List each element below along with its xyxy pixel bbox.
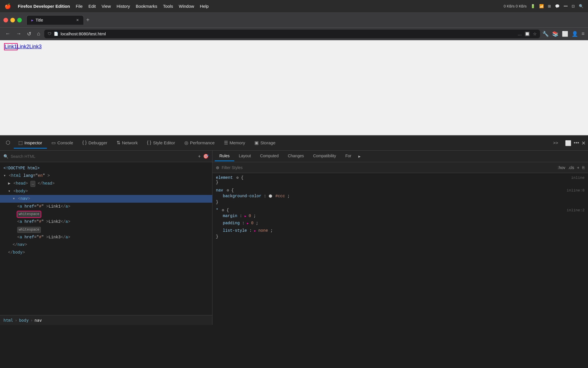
- page-link-1[interactable]: Link1: [5, 44, 17, 50]
- tab-style-editor[interactable]: { } Style Editor: [142, 138, 180, 148]
- menu-history[interactable]: History: [117, 4, 130, 9]
- home-button[interactable]: ⌂: [35, 30, 42, 38]
- cls-button[interactable]: .cls: [568, 165, 574, 170]
- tab-inspector[interactable]: ⬚ Inspector: [14, 138, 47, 149]
- debugger-label: Debugger: [88, 140, 107, 145]
- reload-button[interactable]: ↺: [25, 30, 33, 38]
- url-more-button[interactable]: …: [517, 31, 522, 36]
- url-text: localhost:8080/test.html: [61, 31, 106, 36]
- css-tab-computed[interactable]: Computed: [256, 151, 283, 161]
- apple-menu[interactable]: 🍎: [5, 3, 11, 9]
- new-tab-button[interactable]: +: [84, 16, 92, 24]
- tree-link2[interactable]: <a href="#" >Link2</a>: [0, 218, 212, 225]
- css-tab-compatibility[interactable]: Compatibility: [308, 151, 341, 161]
- tree-html[interactable]: ▾ <html lang="en" >: [0, 172, 212, 179]
- close-button[interactable]: [3, 18, 8, 22]
- tab-debugger[interactable]: { } Debugger: [78, 138, 112, 148]
- css-tab-layout[interactable]: Layout: [234, 151, 256, 161]
- tree-nav[interactable]: ▾ <nav>: [0, 195, 212, 202]
- css-prop-padding[interactable]: padding : ▶ 0 ;: [216, 220, 585, 227]
- tree-whitespace-1[interactable]: whitespace: [0, 210, 212, 218]
- add-node-button[interactable]: +: [198, 154, 201, 159]
- devtools-close-button[interactable]: ✕: [581, 140, 586, 146]
- library-icon[interactable]: 📚: [552, 31, 558, 37]
- tab-memory[interactable]: ☰ Memory: [219, 138, 250, 149]
- tree-head[interactable]: ▶ <head> … </head>: [0, 180, 212, 187]
- forward-button[interactable]: →: [14, 30, 23, 38]
- html-expander[interactable]: ▾: [3, 173, 6, 178]
- padding-triangle[interactable]: ▶: [247, 222, 249, 225]
- css-rule-element: element ⚙ { inline }: [216, 175, 585, 185]
- head-expander[interactable]: ▶: [8, 181, 10, 186]
- css-tab-for[interactable]: For: [341, 151, 356, 161]
- css-rule-star-header: * ⚙ { inline:2: [216, 208, 585, 212]
- tree-link1[interactable]: <a href="#" >Link1</a>: [0, 203, 212, 210]
- menu-window[interactable]: Window: [179, 4, 194, 9]
- body-expander[interactable]: ▾: [8, 189, 10, 193]
- menu-tools[interactable]: Tools: [163, 4, 173, 9]
- page-link-3[interactable]: Link3: [29, 44, 42, 50]
- color-swatch-ccc[interactable]: [269, 194, 272, 198]
- tab-close-button[interactable]: ✕: [76, 18, 79, 22]
- element-settings-icon[interactable]: ⚙: [236, 176, 239, 180]
- html-tree: <!DOCTYPE html> ▾ <html lang="en" > ▶ <h…: [0, 162, 212, 315]
- performance-label: Performance: [190, 140, 215, 145]
- menu-help[interactable]: Help: [200, 4, 209, 9]
- tab-bar: ▸ Title ✕ +: [0, 13, 588, 28]
- breadcrumb: html › body › nav: [0, 315, 212, 325]
- menu-edit[interactable]: Edit: [88, 4, 96, 9]
- tab-performance[interactable]: ◎ Performance: [180, 138, 219, 149]
- profile-icon[interactable]: 👤: [572, 31, 578, 37]
- page-link-2[interactable]: Link2: [17, 44, 29, 50]
- copy-rule-button[interactable]: ⎘: [582, 165, 585, 170]
- back-button[interactable]: ←: [3, 30, 12, 38]
- tab-network[interactable]: ⇅ Network: [112, 138, 142, 149]
- menu-view[interactable]: View: [102, 4, 111, 9]
- menu-bookmarks[interactable]: Bookmarks: [136, 4, 157, 9]
- dock-button[interactable]: ⬜: [565, 140, 571, 146]
- devtools-icon[interactable]: 🔧: [542, 31, 549, 37]
- pick-element-button[interactable]: 🎯: [203, 154, 209, 159]
- wechat-icon: 💬: [555, 4, 560, 8]
- url-bar[interactable]: 🛡 📄 localhost:8080/test.html … 🔲 ☆: [44, 30, 540, 38]
- minimize-button[interactable]: [10, 18, 15, 22]
- tab-console[interactable]: ▭ Console: [47, 138, 78, 149]
- tree-link3[interactable]: <a href="#" >Link3</a>: [0, 233, 212, 241]
- devtools-panel: ⬡ ⬚ Inspector ▭ Console { } Debugger ⇅ N…: [0, 135, 588, 325]
- devtools-options-button[interactable]: •••: [574, 140, 579, 146]
- maximize-button[interactable]: [17, 18, 22, 22]
- css-filter-input[interactable]: [222, 165, 555, 170]
- html-search-input[interactable]: [11, 154, 196, 159]
- tree-body[interactable]: ▾ <body>: [0, 187, 212, 195]
- nav-settings-icon[interactable]: ⚙: [227, 188, 229, 193]
- bookmark-icon[interactable]: ☆: [533, 31, 537, 37]
- browser-tab[interactable]: ▸ Title ✕: [26, 15, 84, 25]
- css-tab-changes[interactable]: Changes: [283, 151, 308, 161]
- css-prop-background-color[interactable]: background-color : #ccc ;: [216, 193, 585, 200]
- margin-triangle[interactable]: ▶: [245, 215, 246, 218]
- breadcrumb-nav[interactable]: nav: [34, 318, 42, 323]
- breadcrumb-body[interactable]: body: [19, 318, 29, 323]
- add-rule-button[interactable]: +: [577, 165, 579, 170]
- app-name: Firefox Developer Edition: [18, 4, 70, 9]
- css-prop-list-style[interactable]: list-style : ▶ none ;: [216, 227, 585, 234]
- css-filter-icons: :hov .cls + ⎘: [558, 165, 585, 170]
- css-tab-rules[interactable]: Rules: [215, 151, 234, 161]
- breadcrumb-sep-1: ›: [15, 318, 17, 323]
- synced-tabs-icon[interactable]: ⬜: [562, 31, 568, 37]
- breadcrumb-html[interactable]: html: [3, 318, 13, 323]
- nav-expander[interactable]: ▾: [13, 196, 15, 201]
- star-settings-icon[interactable]: ⚙: [222, 208, 224, 212]
- css-more-tabs[interactable]: ▸: [358, 154, 361, 159]
- tab-storage[interactable]: ▣ Storage: [250, 138, 280, 149]
- pocket-icon[interactable]: 🔲: [525, 31, 530, 37]
- css-panel: Rules Layout Computed Changes Compatibil…: [212, 151, 588, 325]
- list-style-triangle[interactable]: ▶: [254, 229, 256, 233]
- hov-button[interactable]: :hov: [558, 165, 565, 170]
- html-panel: 🔍 + 🎯 <!DOCTYPE html> ▾ <html lang="en" …: [0, 151, 212, 325]
- devtools-pick-button[interactable]: ⬡: [2, 137, 14, 149]
- devtools-more-button[interactable]: >>: [549, 138, 563, 148]
- css-prop-margin[interactable]: margin : ▶ 0 ;: [216, 212, 585, 220]
- menu-file[interactable]: File: [76, 4, 83, 9]
- hamburger-icon[interactable]: ≡: [581, 31, 585, 37]
